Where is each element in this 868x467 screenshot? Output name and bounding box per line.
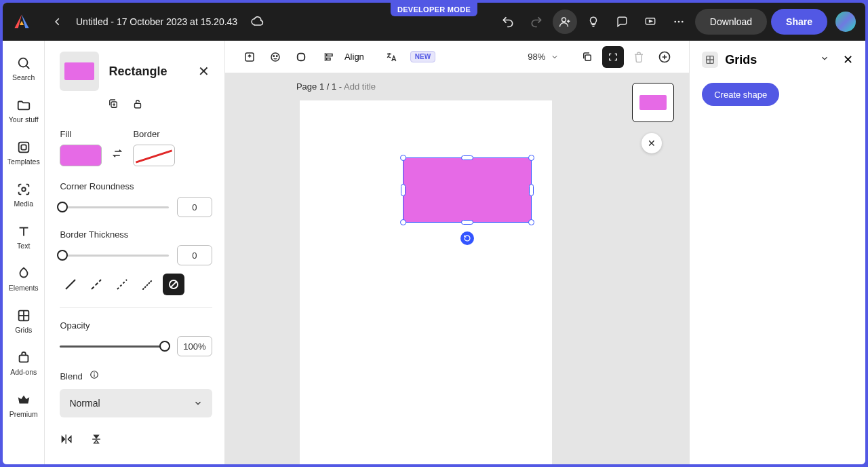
opacity-input[interactable] xyxy=(177,336,212,356)
rail-label: Templates xyxy=(7,157,40,166)
svg-marker-1 xyxy=(22,15,29,29)
svg-rect-44 xyxy=(327,58,330,60)
lock-icon[interactable] xyxy=(132,98,144,113)
fill-swatch[interactable] xyxy=(60,145,102,166)
close-panel-button[interactable]: ✕ xyxy=(195,60,212,82)
present-button[interactable] xyxy=(638,10,663,34)
align-icon[interactable] xyxy=(317,46,339,68)
tool-export-icon[interactable] xyxy=(239,46,260,68)
translate-button[interactable] xyxy=(380,46,402,68)
svg-point-9 xyxy=(677,21,679,23)
invite-people-button[interactable] xyxy=(553,10,577,34)
info-icon[interactable] xyxy=(90,370,99,382)
border-thickness-slider[interactable] xyxy=(60,248,168,262)
rotate-handle[interactable] xyxy=(460,231,474,245)
svg-rect-23 xyxy=(135,103,141,108)
stroke-dotted-button[interactable] xyxy=(137,274,159,295)
stroke-dash-small-button[interactable] xyxy=(111,274,133,295)
svg-rect-43 xyxy=(327,54,332,56)
fit-view-icon[interactable] xyxy=(602,46,624,68)
opacity-slider[interactable] xyxy=(60,339,168,353)
artboard[interactable] xyxy=(300,100,552,464)
resize-handle-nw[interactable] xyxy=(400,155,406,161)
resize-handle-sw[interactable] xyxy=(400,219,406,225)
cloud-sync-icon[interactable] xyxy=(245,10,269,33)
resize-handle-n[interactable] xyxy=(461,155,473,160)
swap-fill-border-button[interactable] xyxy=(111,147,123,162)
add-title-hint: Add title xyxy=(344,81,376,92)
resize-handle-e[interactable] xyxy=(529,184,534,196)
right-panel: Grids ✕ Create shape xyxy=(689,41,865,464)
redo-button[interactable] xyxy=(524,10,549,34)
resize-handle-se[interactable] xyxy=(528,219,534,225)
rail-text[interactable]: Text xyxy=(3,217,44,259)
opacity-label: Opacity xyxy=(60,320,212,331)
svg-point-3 xyxy=(561,18,566,22)
document-title[interactable]: Untitled - 17 October 2023 at 15.20.43 xyxy=(76,16,237,27)
border-swatch[interactable] xyxy=(133,145,175,166)
chevron-down-icon[interactable] xyxy=(820,54,829,66)
svg-rect-45 xyxy=(585,55,591,60)
canvas-stage[interactable]: Page 1 / 1 - Add title xyxy=(225,73,689,464)
tool-shape-icon[interactable] xyxy=(290,46,312,68)
corner-roundness-input[interactable] xyxy=(177,197,212,217)
svg-marker-34 xyxy=(68,436,71,442)
rail-premium[interactable]: Premium xyxy=(3,386,44,428)
back-button[interactable] xyxy=(46,10,69,33)
page-thumbnail[interactable] xyxy=(632,83,674,122)
create-shape-button[interactable]: Create shape xyxy=(702,83,779,106)
rail-add-ons[interactable]: Add-ons xyxy=(3,343,44,386)
properties-panel: Rectangle ✕ Fill Border xyxy=(45,41,224,464)
duplicate-icon[interactable] xyxy=(107,98,119,113)
zoom-control[interactable]: 98% xyxy=(528,52,559,62)
resize-handle-s[interactable] xyxy=(461,220,473,225)
svg-line-29 xyxy=(171,282,177,288)
panel-title: Rectangle xyxy=(108,64,185,79)
page-label[interactable]: Page 1 / 1 - Add title xyxy=(296,81,376,92)
hint-button[interactable] xyxy=(581,10,606,34)
svg-rect-13 xyxy=(18,143,28,153)
resize-handle-w[interactable] xyxy=(401,184,406,196)
close-right-panel-button[interactable]: ✕ xyxy=(843,52,853,67)
app-logo[interactable] xyxy=(12,12,31,31)
rail-label: Search xyxy=(12,73,35,81)
svg-rect-41 xyxy=(298,53,305,60)
rail-label: Grids xyxy=(15,326,32,334)
rail-templates[interactable]: Templates xyxy=(3,133,44,175)
corner-roundness-slider[interactable] xyxy=(60,200,168,214)
more-menu[interactable] xyxy=(667,10,691,34)
rail-label: Media xyxy=(14,200,33,208)
svg-point-15 xyxy=(22,187,26,191)
flip-horizontal-button[interactable] xyxy=(60,432,73,449)
resize-handle-ne[interactable] xyxy=(528,155,534,161)
border-thickness-input[interactable] xyxy=(177,245,212,265)
duplicate-page-icon[interactable] xyxy=(576,46,598,68)
blend-select[interactable]: Normal xyxy=(60,389,212,417)
download-button[interactable]: Download xyxy=(695,9,767,35)
rail-label: Premium xyxy=(9,410,38,418)
rail-grids[interactable]: Grids xyxy=(3,301,44,343)
flip-vertical-button[interactable] xyxy=(90,432,103,449)
share-button[interactable]: Share xyxy=(771,9,827,35)
stroke-none-button[interactable] xyxy=(163,274,184,295)
align-label[interactable]: Align xyxy=(344,52,364,62)
rail-elements[interactable]: Elements xyxy=(3,259,44,301)
comment-button[interactable] xyxy=(610,10,634,34)
selected-rectangle[interactable] xyxy=(403,157,532,223)
undo-button[interactable] xyxy=(496,10,520,34)
rail-search[interactable]: Search xyxy=(3,49,44,91)
stroke-solid-button[interactable] xyxy=(60,274,81,295)
svg-marker-2 xyxy=(20,21,24,25)
delete-page-icon[interactable] xyxy=(628,46,650,68)
tool-effects-icon[interactable] xyxy=(264,46,286,68)
stroke-dash-large-button[interactable] xyxy=(85,274,107,295)
add-page-icon[interactable] xyxy=(654,46,675,68)
fill-label: Fill xyxy=(60,129,102,139)
rail-your-stuff[interactable]: Your stuff xyxy=(3,91,44,133)
rail-media[interactable]: Media xyxy=(3,175,44,217)
user-avatar[interactable] xyxy=(835,12,856,32)
close-thumbnails-button[interactable]: ✕ xyxy=(642,133,662,153)
svg-marker-0 xyxy=(15,15,22,29)
zoom-value: 98% xyxy=(528,52,545,62)
svg-line-24 xyxy=(66,280,75,289)
